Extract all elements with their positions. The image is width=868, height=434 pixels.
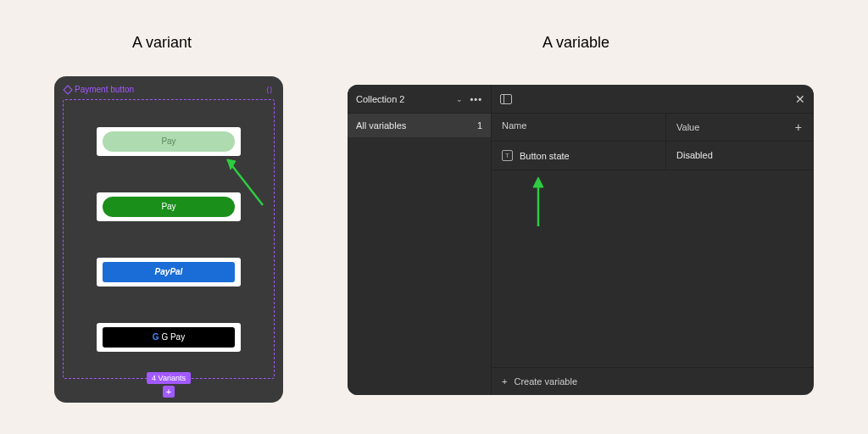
variable-name: Button state [520,151,570,161]
variant-panel: Payment button ⟨⟩ Pay Pay PayPal G G Pay… [54,76,283,403]
annotation-arrow [220,153,271,212]
variable-type-icon: T [502,150,513,161]
variant-slot[interactable]: Pay [97,192,241,221]
panel-layout-icon[interactable] [500,94,512,104]
variable-value-cell[interactable]: Disabled [665,142,814,170]
collection-select[interactable]: Collection 2 ⌄ [356,94,463,104]
sidebar-item-label: All variables [356,120,406,131]
table-row[interactable]: T Button state Disabled [492,142,814,170]
variable-name-cell[interactable]: T Button state [492,142,665,170]
heading-variant: A variant [132,34,192,52]
create-variable-button[interactable]: + Create variable [492,367,814,395]
variant-slot[interactable]: PayPal [97,258,241,287]
variant-button-gpay: G G Pay [103,327,235,348]
annotation-arrow [526,174,551,233]
variant-button-disabled: Pay [103,131,235,152]
collection-name: Collection 2 [356,94,404,104]
svg-marker-3 [533,177,543,187]
table-header-row: Name Value + [492,114,814,142]
variables-main: ✕ Name Value + T Button state Disabled +… [492,85,814,395]
add-variant-button[interactable]: + [163,386,175,398]
column-header-name: Name [492,114,665,141]
component-header: Payment button ⟨⟩ [63,85,275,99]
plus-icon: + [502,376,507,387]
add-mode-icon[interactable]: + [795,120,804,134]
component-name: Payment button [75,85,134,94]
variables-panel: Collection 2 ⌄ ••• All variables 1 ✕ Nam… [348,85,814,395]
component-icon [63,85,72,94]
column-header-value: Value + [665,114,814,141]
close-icon[interactable]: ✕ [795,92,805,106]
more-icon[interactable]: ••• [470,94,482,104]
component-code-icon: ⟨⟩ [266,86,273,94]
variables-toolbar: ✕ [492,85,814,114]
chevron-down-icon: ⌄ [456,95,463,103]
variant-button-enabled: Pay [103,197,235,217]
variants-count-badge: 4 Variants [147,372,191,384]
variant-slot[interactable]: Pay [97,127,241,156]
sidebar-top: Collection 2 ⌄ ••• [348,85,491,114]
component-frame[interactable]: Pay Pay PayPal G G Pay [63,99,275,379]
variant-slot[interactable]: G G Pay [97,323,241,352]
variables-sidebar: Collection 2 ⌄ ••• All variables 1 [348,85,492,395]
sidebar-item-count: 1 [477,120,482,131]
variant-button-paypal: PayPal [103,262,235,282]
sidebar-item-all-variables[interactable]: All variables 1 [348,114,491,137]
heading-variable: A variable [542,34,609,52]
create-variable-label: Create variable [514,376,577,387]
